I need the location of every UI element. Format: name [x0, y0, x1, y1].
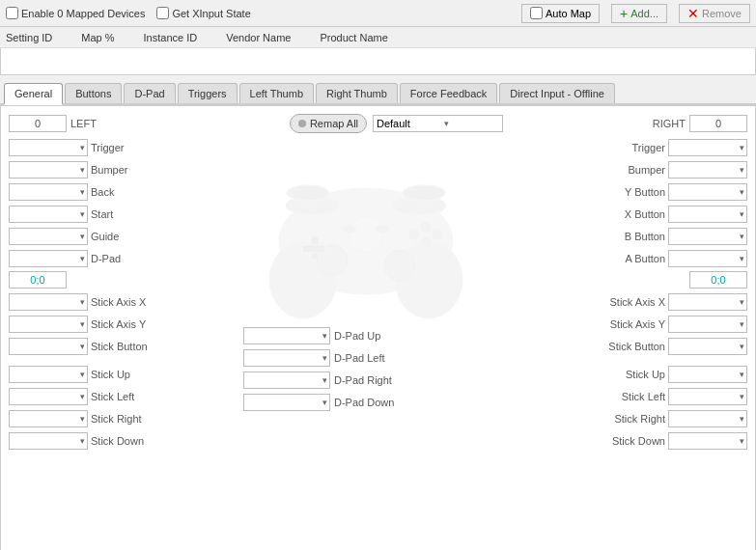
- right-stick-right-dd[interactable]: [668, 410, 747, 427]
- left-dpad-dd[interactable]: [9, 250, 88, 267]
- left-bumper-dd[interactable]: [9, 161, 88, 179]
- right-a-label: A Button: [625, 253, 665, 264]
- right-trigger-select[interactable]: [668, 139, 747, 156]
- left-stick-right-row: Stick Right: [9, 408, 236, 428]
- left-dpad-label: D-Pad: [91, 253, 121, 264]
- svg-point-6: [403, 185, 445, 201]
- remove-button[interactable]: ✕ Remove: [679, 4, 750, 23]
- tab-buttons[interactable]: Buttons: [65, 83, 122, 103]
- left-stick-axis-x-select[interactable]: [9, 293, 88, 311]
- tab-triggers[interactable]: Triggers: [178, 83, 238, 103]
- left-back-select[interactable]: [9, 183, 88, 201]
- auto-map-button[interactable]: Auto Map: [521, 4, 600, 23]
- left-stick-right-dd[interactable]: [9, 410, 88, 427]
- center-column: D-Pad Up D-Pad Left D-Pad Right: [236, 137, 496, 453]
- left-bumper-select[interactable]: [9, 161, 88, 179]
- left-stick-up-select[interactable]: [9, 366, 88, 383]
- right-value-input[interactable]: 0: [689, 115, 747, 132]
- center-dpad-down-select[interactable]: [243, 394, 330, 411]
- right-x-dd[interactable]: [668, 206, 747, 223]
- left-stick-up-label: Stick Up: [91, 369, 130, 380]
- tab-force-feedback[interactable]: Force Feedback: [400, 83, 497, 103]
- right-bumper-dd[interactable]: [668, 161, 747, 179]
- left-start-dd[interactable]: [9, 206, 88, 223]
- left-stick-left-select[interactable]: [9, 388, 88, 405]
- center-dpad-right-dd[interactable]: [243, 371, 330, 389]
- right-bumper-select[interactable]: [668, 161, 747, 179]
- left-back-dd[interactable]: [9, 183, 88, 201]
- col-map-pct: Map %: [81, 32, 114, 43]
- right-y-select[interactable]: [668, 183, 747, 201]
- get-xinput-checkbox-label[interactable]: Get XInput State: [156, 7, 250, 19]
- right-trigger-dd[interactable]: [668, 139, 747, 156]
- right-x-select[interactable]: [668, 206, 747, 223]
- center-dpad-right-row: D-Pad Right: [243, 370, 489, 390]
- left-stick-down-select[interactable]: [9, 432, 88, 450]
- get-xinput-checkbox[interactable]: [156, 7, 169, 19]
- center-dpad-section: D-Pad Up D-Pad Left D-Pad Right: [236, 325, 496, 414]
- left-trigger-select[interactable]: [9, 139, 88, 156]
- center-dpad-left-select[interactable]: [243, 349, 330, 367]
- remap-all-button[interactable]: Remap All: [290, 114, 367, 133]
- right-stick-up-select[interactable]: [668, 366, 747, 383]
- left-stick-axis-y-select[interactable]: [9, 316, 88, 333]
- tab-direct-input[interactable]: Direct Input - Offline: [499, 83, 615, 103]
- right-y-dd[interactable]: [668, 183, 747, 201]
- left-coord-input[interactable]: [9, 271, 67, 289]
- left-guide-select[interactable]: [9, 228, 88, 245]
- tab-left-thumb[interactable]: Left Thumb: [239, 83, 314, 103]
- left-stick-left-dd[interactable]: [9, 388, 88, 405]
- left-dpad-select[interactable]: [9, 250, 88, 267]
- right-stick-axis-x-select[interactable]: [668, 293, 747, 311]
- right-b-dd[interactable]: [668, 228, 747, 245]
- right-stick-down-select[interactable]: [668, 432, 747, 450]
- left-stick-down-row: Stick Down: [9, 430, 236, 451]
- left-stick-right-select[interactable]: [9, 410, 88, 427]
- center-dpad-left-dd[interactable]: [243, 349, 330, 367]
- left-stick-up-dd[interactable]: [9, 366, 88, 383]
- right-coord-input[interactable]: [689, 271, 747, 289]
- right-a-select[interactable]: [668, 250, 747, 267]
- default-dropdown[interactable]: Default: [373, 115, 503, 132]
- right-stick-left-dd[interactable]: [668, 388, 747, 405]
- center-dpad-right-select[interactable]: [243, 371, 330, 389]
- enable-devices-checkbox[interactable]: [6, 7, 18, 19]
- left-stick-btn-dd[interactable]: [9, 338, 88, 355]
- left-stick-axis-x-dd[interactable]: [9, 293, 88, 311]
- left-value-input[interactable]: 0: [9, 115, 67, 132]
- tab-general[interactable]: General: [4, 83, 63, 105]
- right-stick-left-select[interactable]: [668, 388, 747, 405]
- device-list: [0, 48, 756, 75]
- left-stick-btn-select[interactable]: [9, 338, 88, 355]
- right-stick-btn-dd[interactable]: [668, 338, 747, 355]
- left-guide-dd[interactable]: [9, 228, 88, 245]
- svg-point-7: [349, 217, 383, 252]
- right-stick-down-dd[interactable]: [668, 432, 747, 450]
- auto-map-label: Auto Map: [546, 8, 591, 19]
- add-button[interactable]: + Add...: [611, 4, 667, 23]
- column-headers: Setting ID Map % Instance ID Vendor Name…: [0, 27, 756, 48]
- left-stick-axis-y-dd[interactable]: [9, 316, 88, 333]
- default-dropdown-container[interactable]: Default: [373, 115, 452, 132]
- tab-right-thumb[interactable]: Right Thumb: [316, 83, 398, 103]
- right-stick-btn-select[interactable]: [668, 338, 747, 355]
- tab-dpad[interactable]: D-Pad: [124, 83, 175, 103]
- right-a-dd[interactable]: [668, 250, 747, 267]
- right-stick-right-label: Stick Right: [614, 413, 665, 425]
- right-stick-right-select[interactable]: [668, 410, 747, 427]
- right-stick-axis-y-row: Stick Axis Y: [496, 314, 747, 334]
- left-trigger-dd[interactable]: [9, 139, 88, 156]
- auto-map-checkbox[interactable]: [530, 7, 543, 19]
- center-dpad-down-dd[interactable]: [243, 394, 330, 411]
- right-stick-up-dd[interactable]: [668, 366, 747, 383]
- left-start-select[interactable]: [9, 206, 88, 223]
- right-stick-axis-y-select[interactable]: [668, 316, 747, 333]
- left-stick-down-dd[interactable]: [9, 432, 88, 450]
- svg-point-15: [432, 229, 443, 240]
- center-dpad-up-select[interactable]: [243, 327, 330, 344]
- enable-devices-checkbox-label[interactable]: Enable 0 Mapped Devices: [6, 7, 145, 19]
- right-stick-axis-y-dd[interactable]: [668, 316, 747, 333]
- right-stick-axis-x-dd[interactable]: [668, 293, 747, 311]
- right-b-select[interactable]: [668, 228, 747, 245]
- center-dpad-up-dd[interactable]: [243, 327, 330, 344]
